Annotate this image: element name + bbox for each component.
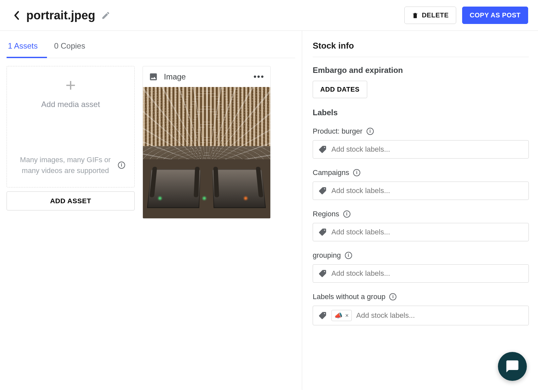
product-input[interactable] (313, 140, 529, 159)
megaphone-icon: 📣 (334, 312, 343, 319)
product-input-field[interactable] (331, 145, 523, 154)
campaigns-input[interactable] (313, 182, 529, 200)
info-icon[interactable] (345, 252, 352, 259)
info-icon[interactable] (389, 293, 396, 300)
dropzone-title: Add media asset (41, 100, 100, 109)
info-icon[interactable] (353, 169, 360, 176)
chip-remove-button[interactable]: × (345, 312, 349, 319)
asset-thumbnail[interactable] (143, 87, 270, 218)
regions-label: Regions (313, 210, 339, 218)
grouping-label: grouping (313, 251, 341, 260)
dropzone-subtitle: Many images, many GIFs or many videos ar… (16, 154, 115, 176)
grouping-input[interactable] (313, 264, 529, 283)
info-icon[interactable] (343, 210, 350, 218)
product-label: Product: burger (313, 127, 363, 136)
add-dates-button[interactable]: ADD DATES (313, 81, 367, 98)
chevron-left-icon (13, 11, 19, 20)
info-icon[interactable] (367, 128, 374, 135)
tab-assets[interactable]: 1 Assets (7, 33, 47, 58)
campaigns-label: Campaigns (313, 168, 349, 177)
tag-icon (318, 311, 327, 320)
label-chip[interactable]: 📣 × (331, 310, 352, 321)
grouping-input-field[interactable] (331, 269, 523, 278)
embargo-title: Embargo and expiration (313, 66, 529, 75)
regions-input-field[interactable] (331, 228, 523, 236)
campaigns-input-field[interactable] (331, 186, 523, 195)
tag-icon (318, 228, 327, 236)
image-icon (149, 72, 158, 81)
delete-label: DELETE (422, 11, 449, 19)
tabs: 1 Assets 0 Copies (7, 33, 295, 58)
trash-icon (412, 12, 418, 19)
info-icon[interactable] (118, 162, 125, 169)
add-media-dropzone[interactable]: + Add media asset Many images, many GIFs… (7, 66, 135, 187)
tab-copies[interactable]: 0 Copies (53, 33, 95, 58)
tag-icon (318, 269, 327, 278)
plus-icon: + (65, 76, 76, 94)
page-title: portrait.jpeg (26, 9, 95, 22)
ungrouped-input-field[interactable] (356, 311, 523, 320)
asset-type-label: Image (164, 72, 248, 81)
labels-title: Labels (313, 108, 529, 117)
tag-icon (318, 145, 327, 154)
assets-pane: 1 Assets 0 Copies + Add media asset Many… (0, 31, 302, 390)
pencil-icon (101, 11, 110, 20)
delete-button[interactable]: DELETE (404, 7, 456, 24)
stock-info-title: Stock info (313, 41, 529, 51)
chat-fab[interactable] (498, 352, 527, 381)
ungrouped-input[interactable]: 📣 × (313, 306, 529, 325)
asset-card: Image ••• (143, 66, 271, 219)
regions-input[interactable] (313, 223, 529, 241)
chat-icon (505, 359, 520, 374)
asset-more-button[interactable]: ••• (254, 72, 264, 82)
back-button[interactable] (10, 9, 23, 22)
add-asset-button[interactable]: ADD ASSET (7, 191, 135, 210)
page-header: portrait.jpeg DELETE COPY AS POST (0, 0, 538, 31)
tag-icon (318, 186, 327, 195)
stock-info-pane: Stock info Embargo and expiration ADD DA… (302, 31, 538, 390)
ungrouped-label: Labels without a group (313, 293, 385, 301)
copy-as-post-button[interactable]: COPY AS POST (462, 7, 528, 24)
edit-title-button[interactable] (101, 11, 110, 20)
